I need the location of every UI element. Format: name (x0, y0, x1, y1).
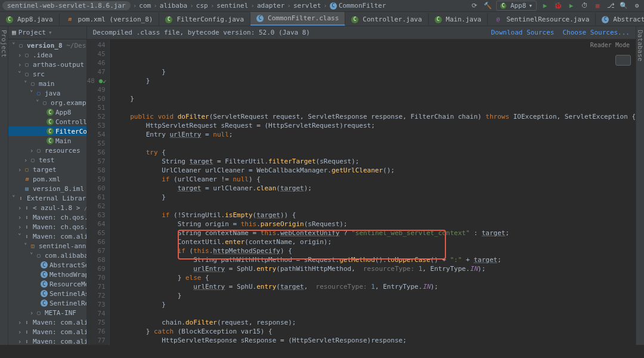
toolbar: ⟳ 🔨 CApp8 ▾ ▶ 🐞 ▶ ⏱ ■ ⎇ 🔍 ⚙ (470, 1, 642, 11)
tree-item[interactable]: ›▢META-INF (8, 308, 86, 317)
sidebar-header[interactable]: ▦ Project ▾ (8, 26, 86, 39)
run-config[interactable]: CApp8 ▾ (496, 1, 537, 11)
tree-item[interactable]: ›▢target (8, 165, 86, 174)
tree-item[interactable]: ›▢arthas-output (8, 60, 86, 69)
editor-tabs: CApp8.java mpom.xml (version_8) CFilterC… (0, 12, 644, 26)
tab-app8[interactable]: CApp8.java (0, 13, 60, 26)
tab-controller[interactable]: CController.java (345, 13, 428, 26)
tree-item[interactable]: ›▢.idea (8, 50, 86, 60)
tab-main[interactable]: CMain.java (429, 13, 488, 26)
tree-item[interactable]: ›⫾Maven: ch.qos.logback:logback-cla (8, 212, 86, 222)
choose-sources-link[interactable]: Choose Sources... (562, 29, 630, 36)
reader-mode-toggle[interactable]: Reader Mode (590, 42, 630, 48)
tree-item[interactable]: ›▢resources (8, 146, 86, 155)
tree-item[interactable]: CApp8 (8, 107, 86, 117)
tree-item[interactable]: CResourceMetadataRegistry (8, 279, 86, 289)
debug-icon[interactable]: 🐞 (553, 1, 563, 11)
tree-item[interactable]: mpom.xml (8, 174, 86, 184)
tab-filterconfig[interactable]: CFilterConfig.java (159, 13, 250, 26)
tree-root[interactable]: ˅▢version_8 ~/Desktop/MyTestCode/ver (8, 41, 86, 50)
tree-item[interactable]: CSentinelResourceAspect (8, 298, 86, 308)
tree-item[interactable]: ˅▢org.example (8, 98, 86, 107)
hammer-icon[interactable]: 🔨 (483, 1, 493, 11)
right-tool-rail[interactable]: Database (636, 26, 644, 345)
editor[interactable]: Reader Mode 4445464748 ●↙495051525354555… (87, 39, 636, 345)
tree-item[interactable]: ›⫾Maven: ch.qos.logback:logback-cor (8, 222, 86, 232)
tree-item[interactable]: ›⫾Maven: com.alibaba.csp:sentinel-tr (8, 337, 86, 345)
breadcrumb: sentinel-web-servlet-1.8.6.jar ›com ›ali… (0, 0, 644, 12)
profile-icon[interactable]: ⏱ (580, 1, 589, 11)
tree-item[interactable]: ›⫾Maven: com.alibaba.csp:sentinel-cc (8, 317, 86, 327)
code-area[interactable]: } } } public void doFilter(ServletReques… (110, 39, 636, 345)
tree-item[interactable]: ˅▢com.alibaba.csp.sentinel.anno (8, 251, 86, 260)
tree-item[interactable]: ˅▢java (8, 88, 86, 98)
left-tool-rail[interactable]: Project (0, 26, 8, 345)
tree-item[interactable]: CController (8, 117, 86, 126)
tree-item[interactable]: CAbstractSentinelAspectSup (8, 260, 86, 270)
tab-pom[interactable]: mpom.xml (version_8) (60, 13, 160, 26)
run-icon[interactable]: ▶ (540, 1, 550, 11)
coverage-icon[interactable]: ▶ (566, 1, 576, 11)
tab-abstractsupport[interactable]: CAbstractSentinelAspectSupport.class (596, 13, 644, 26)
git-icon[interactable]: ⎇ (606, 1, 615, 11)
jar-pill: sentinel-web-servlet-1.8.6.jar (2, 1, 131, 10)
tree-item[interactable]: ›▢test (8, 155, 86, 165)
gear-icon[interactable]: ⚙ (632, 1, 642, 11)
tree-item[interactable]: CMethodWrapper (8, 270, 86, 279)
project-tree[interactable]: ▦ Project ▾ ˅▢version_8 ~/Desktop/MyTest… (8, 26, 87, 345)
stop-icon[interactable]: ■ (593, 1, 602, 11)
tree-ext[interactable]: ˅⫾External Libraries (8, 193, 86, 203)
tree-item[interactable]: ˅▢src (8, 69, 86, 79)
tab-sentinelresource[interactable]: @SentinelResource.java (488, 13, 596, 26)
tab-commonfilter[interactable]: CCommonFilter.class (250, 12, 345, 26)
tree-item[interactable]: CSentinelAspect (8, 289, 86, 298)
download-sources-link[interactable]: Download Sources (491, 29, 554, 36)
gutter[interactable]: 4445464748 ●↙495051525354555657585960616… (87, 39, 110, 345)
tree-item[interactable]: ›⫾Maven: com.alibaba.csp:sentinel-da (8, 327, 86, 337)
tree-item[interactable]: ›⫾< azul-1.8 > /Library/Java/JavaVirtu (8, 203, 86, 212)
inspection-widget[interactable] (615, 55, 631, 66)
search-icon[interactable]: 🔍 (619, 1, 628, 11)
info-bar: Decompiled .class file, bytecode version… (87, 26, 636, 39)
tree-item[interactable]: ˅⫾Maven: com.alibaba.csp:sentinel-ar (8, 232, 86, 241)
tree-item[interactable]: ˅◫sentinel-annotation-aspectj-1.8.6 (8, 241, 86, 251)
tree-item[interactable]: ▤version_8.iml (8, 184, 86, 193)
tree-item-selected[interactable]: CFilterConfig (8, 126, 86, 136)
tree-item[interactable]: ˅▢main (8, 79, 86, 88)
tree-item[interactable]: CMain (8, 136, 86, 146)
sync-icon[interactable]: ⟳ (470, 1, 479, 11)
class-icon: C (330, 2, 337, 10)
